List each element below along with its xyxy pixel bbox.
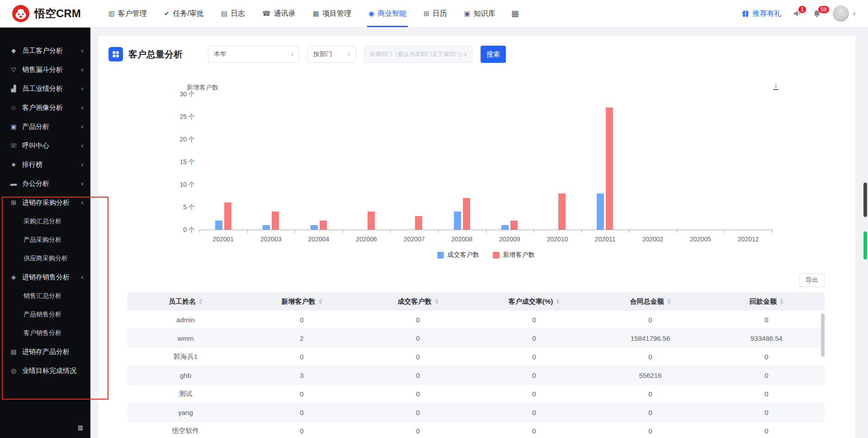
- sidebar: ☻员工客户分析∨▽销售漏斗分析∨▟员工业绩分析∨☺客户画像分析∨▣产品分析∨☏呼…: [0, 28, 90, 438]
- legend-item-deal-customers[interactable]: 成交客户数: [437, 251, 479, 259]
- legend-item-new-customers[interactable]: 新增客户数: [493, 251, 535, 259]
- contacts-icon: ☎: [262, 9, 271, 18]
- filters: 本年 ∨ 按部门 ∨ 选择部门（默认为本部门及下属部门） ∨ 搜索: [208, 46, 506, 63]
- sidebar-subitem-customer-sales-analysis[interactable]: 客户销售分析: [0, 324, 90, 342]
- apps-grid-button[interactable]: ▦: [504, 9, 526, 19]
- new-customers-bar[interactable]: [510, 221, 518, 230]
- sidebar-subitem-product-purchase-analysis[interactable]: 产品采购分析: [0, 231, 90, 249]
- page-scrollbar-marker[interactable]: [863, 231, 867, 259]
- sidebar-subitem-sales-summary-analysis[interactable]: 销售汇总分析: [0, 287, 90, 305]
- bar-group-202005: [677, 94, 725, 230]
- sidebar-item-label: 办公分析: [22, 179, 79, 188]
- search-button[interactable]: 搜索: [481, 46, 506, 63]
- notifications-badge: 58: [818, 5, 829, 14]
- new-customers-bar[interactable]: [558, 193, 566, 230]
- sidebar-item-customer-portrait-analysis[interactable]: ☺客户画像分析∨: [0, 98, 90, 117]
- new-customers-bar[interactable]: [368, 212, 375, 230]
- sidebar-subitem-product-sales-analysis[interactable]: 产品销售分析: [0, 305, 90, 324]
- download-chart-icon[interactable]: ↓: [773, 81, 778, 90]
- main-content: 客户总量分析 本年 ∨ 按部门 ∨ 选择部门（默认为本部门及下属部门） ∨ 搜索…: [90, 28, 868, 438]
- new-customers-bar[interactable]: [224, 203, 231, 230]
- table-scrollbar-thumb[interactable]: [821, 313, 825, 357]
- sidebar-item-ranking[interactable]: ★排行榜∨: [0, 155, 90, 174]
- deal-customers-bar[interactable]: [454, 212, 461, 230]
- chevron-down-icon: ∨: [852, 10, 856, 17]
- sort-icon[interactable]: [667, 299, 671, 304]
- table-cell: 0: [476, 409, 592, 416]
- bar-group-202003: [247, 94, 295, 230]
- column-header-deal-rate[interactable]: 客户成交率(%): [476, 297, 592, 306]
- boxes-icon: ▤: [9, 348, 18, 355]
- sort-icon[interactable]: [780, 299, 783, 304]
- sort-icon[interactable]: [556, 299, 560, 304]
- sidebar-item-call-center[interactable]: ☏呼叫中心∨: [0, 136, 90, 155]
- new-customers-bar[interactable]: [272, 212, 279, 230]
- deal-customers-bar[interactable]: [263, 225, 270, 230]
- deal-customers-bar[interactable]: [215, 221, 222, 230]
- department-placeholder: 选择部门（默认为本部门及下属部门）: [370, 51, 466, 58]
- deal-customers-bar[interactable]: [597, 193, 604, 230]
- deal-customers-bar[interactable]: [501, 225, 509, 230]
- new-customers-bar[interactable]: [463, 198, 470, 230]
- column-header-contract-total[interactable]: 合同总金额: [592, 297, 708, 306]
- topnav-item-business-intelligence[interactable]: ◉商业智能: [360, 0, 415, 27]
- dimension-select[interactable]: 按部门 ∨: [307, 46, 356, 63]
- notifications-button[interactable]: 58: [813, 9, 821, 18]
- time-range-value: 本年: [214, 50, 226, 58]
- brand[interactable]: 悟空CRM: [12, 5, 81, 23]
- table-row: 郭海兵100000: [127, 348, 825, 366]
- topnav-item-log[interactable]: ▤日志: [212, 0, 254, 27]
- sidebar-item-performance-target-completion[interactable]: ◎业绩目标完成情况: [0, 361, 90, 380]
- sidebar-item-product-analysis[interactable]: ▣产品分析∨: [0, 117, 90, 136]
- export-button[interactable]: 导出: [799, 273, 825, 287]
- department-select[interactable]: 选择部门（默认为本部门及下属部门） ∨: [364, 46, 472, 63]
- topnav-item-knowledge-base[interactable]: ▣知识库: [456, 0, 504, 27]
- sidebar-subitem-purchase-summary-analysis[interactable]: 采购汇总分析: [0, 212, 90, 231]
- new-customers-bar[interactable]: [415, 216, 422, 230]
- sidebar-item-office-analysis[interactable]: ▬办公分析∨: [0, 174, 90, 193]
- sidebar-subitem-supplier-purchase-analysis[interactable]: 供应商采购分析: [0, 249, 90, 268]
- time-range-select[interactable]: 本年 ∨: [208, 46, 299, 63]
- column-header-deal-customers[interactable]: 成交客户数: [360, 297, 476, 306]
- column-header-new-customers[interactable]: 新增客户数: [244, 297, 360, 306]
- table-row: 悟空软件00000: [127, 422, 825, 438]
- topnav-item-customer-management[interactable]: ▥客户管理: [100, 0, 156, 27]
- new-customers-bar[interactable]: [606, 108, 613, 230]
- topnav-item-calendar[interactable]: ⊞日历: [415, 0, 456, 27]
- x-axis-tick: [438, 230, 439, 233]
- sidebar-item-label: 客户画像分析: [22, 104, 79, 112]
- sidebar-item-employee-customer-analysis[interactable]: ☻员工客户分析∨: [0, 41, 90, 60]
- table-cell: 0: [708, 427, 825, 435]
- table-cell: 0: [708, 372, 825, 379]
- sort-descending-icon: [667, 302, 671, 304]
- sort-icon[interactable]: [199, 299, 203, 304]
- page-scrollbar-thumb[interactable]: [863, 183, 867, 217]
- column-header-employee-name[interactable]: 员工姓名: [127, 297, 244, 306]
- bar-group-202004: [295, 94, 343, 230]
- user-menu[interactable]: ∨: [833, 5, 856, 22]
- sidebar-item-inventory-sales-analysis[interactable]: ◈进销存销售分析∧: [0, 268, 90, 287]
- collapse-sidebar-icon[interactable]: ≡: [78, 423, 83, 433]
- column-header-label: 客户成交率(%): [509, 297, 553, 306]
- table-row: wmm20015841796.56933486.54: [127, 329, 825, 348]
- topnav-item-project-management[interactable]: ▦项目管理: [304, 0, 360, 27]
- column-header-label: 成交客户数: [398, 297, 432, 306]
- x-axis-labels: 2020012020032020042020062020072020082020…: [199, 235, 772, 245]
- sidebar-item-inventory-product-analysis[interactable]: ▤进销存产品分析: [0, 342, 90, 361]
- sort-icon[interactable]: [319, 299, 322, 304]
- y-axis-tick-label: 5 个: [152, 203, 195, 212]
- deal-customers-bar[interactable]: [311, 225, 318, 230]
- sidebar-item-employee-performance-analysis[interactable]: ▟员工业绩分析∨: [0, 79, 90, 98]
- topnav-item-tasks-approval[interactable]: ✔任务/审批: [156, 0, 212, 27]
- sidebar-item-label: 排行榜: [22, 160, 79, 169]
- sort-icon[interactable]: [435, 299, 439, 304]
- table-cell: 15841796.56: [592, 334, 708, 342]
- new-customers-bar[interactable]: [320, 221, 327, 230]
- topnav-item-contacts[interactable]: ☎通讯录: [254, 0, 304, 27]
- referral-button[interactable]: 推荐有礼: [742, 9, 781, 19]
- chevron-down-icon: ∨: [80, 181, 84, 187]
- announcement-button[interactable]: 1: [793, 9, 801, 18]
- column-header-payment-total[interactable]: 回款金额: [708, 297, 825, 306]
- sidebar-item-inventory-purchase-analysis[interactable]: ⊞进销存采购分析∧: [0, 193, 90, 212]
- sidebar-item-sales-funnel-analysis[interactable]: ▽销售漏斗分析∨: [0, 60, 90, 79]
